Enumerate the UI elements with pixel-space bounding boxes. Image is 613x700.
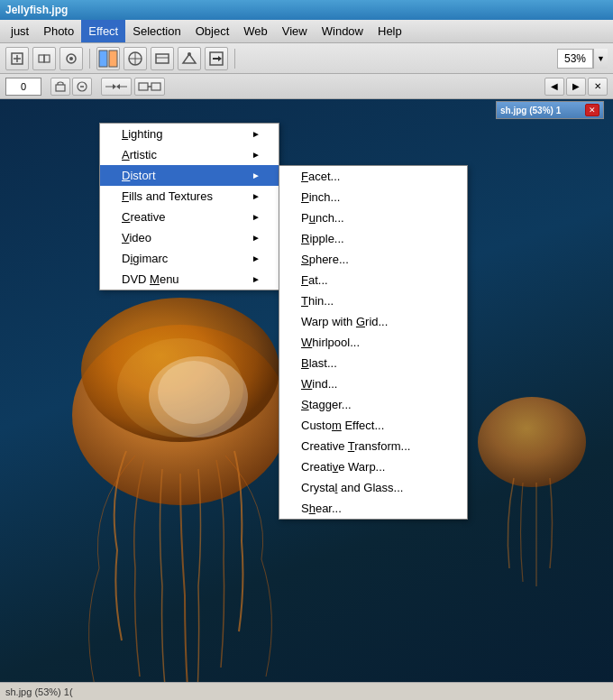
distort-creative-warp[interactable]: Creative Warp... <box>279 456 467 477</box>
toolbar2-extra <box>101 78 165 96</box>
doc-close-button[interactable]: ✕ <box>585 104 599 116</box>
distort-thin-label: Thin... <box>301 294 334 308</box>
effect-artistic-label: Artistic <box>122 148 157 161</box>
distort-sphere-label: Sphere... <box>301 253 349 266</box>
distort-fat-label: Fat... <box>301 273 328 287</box>
toolbar-btn-1[interactable] <box>5 47 29 70</box>
toolbar: 53% ▼ <box>0 43 613 74</box>
distort-submenu: Facet... Pinch... Punch... Ripple... Sph… <box>279 165 468 520</box>
distort-punch[interactable]: Punch... <box>279 207 467 228</box>
distort-whirlpool[interactable]: Whirlpool... <box>279 332 467 353</box>
toolbar2-btn-1[interactable] <box>50 78 70 96</box>
effect-video-arrow: ► <box>252 233 261 243</box>
distort-crystal-glass-label: Crystal and Glass... <box>301 481 403 494</box>
distort-custom-effect[interactable]: Custom Effect... <box>279 415 467 436</box>
toolbar-separator-1 <box>89 49 90 69</box>
distort-whirlpool-label: Whirlpool... <box>301 336 360 349</box>
distort-creative-transform[interactable]: Creative Transform... <box>279 436 467 456</box>
scroll-right-btn[interactable]: ▶ <box>566 78 586 96</box>
toolbar2-nav-btn[interactable] <box>134 78 165 96</box>
effect-creative[interactable]: Creative ► <box>100 207 279 227</box>
distort-ripple-label: Ripple... <box>301 232 344 245</box>
distort-punch-label: Punch... <box>301 211 344 225</box>
effect-dropdown-menu: Lighting ► Artistic ► Distort ► Facet...… <box>99 123 279 290</box>
distort-crystal-glass[interactable]: Crystal and Glass... <box>279 477 467 498</box>
effect-lighting[interactable]: Lighting ► <box>100 124 279 144</box>
menu-effect[interactable]: Effect <box>81 20 125 42</box>
svg-marker-24 <box>116 84 120 89</box>
svg-rect-4 <box>44 55 50 62</box>
menu-selection[interactable]: Selection <box>125 20 188 42</box>
toolbar-btn-3[interactable] <box>59 47 83 70</box>
distort-pinch-label: Pinch... <box>301 190 340 204</box>
distort-facet-label: Facet... <box>301 170 340 183</box>
distort-warp-grid[interactable]: Warp with Grid... <box>279 311 467 332</box>
menu-just[interactable]: just <box>4 20 36 42</box>
effect-artistic-arrow: ► <box>252 150 261 160</box>
effect-digimarc[interactable]: Digimarc ► <box>100 248 279 269</box>
menu-object[interactable]: Object <box>188 20 237 42</box>
scroll-left-btn[interactable]: ◀ <box>544 78 564 96</box>
distort-stagger[interactable]: Stagger... <box>279 394 467 415</box>
effect-fills-arrow: ► <box>252 191 261 201</box>
app-container: Jellyfish.jpg just Photo Effect Selectio… <box>0 0 613 700</box>
effect-dvd-menu[interactable]: DVD Menu ► <box>100 269 279 290</box>
value-input[interactable]: 0 <box>5 78 41 96</box>
svg-rect-12 <box>156 54 169 63</box>
toolbar2-btn-2[interactable] <box>72 78 92 96</box>
zoom-area: 53% ▼ <box>557 49 608 69</box>
menu-photo[interactable]: Photo <box>36 20 81 42</box>
svg-marker-22 <box>113 84 116 89</box>
zoom-dropdown-btn[interactable]: ▼ <box>593 49 608 69</box>
distort-shear-label: Shear... <box>301 502 342 515</box>
effect-fills-textures[interactable]: Fills and Textures ► <box>100 186 279 207</box>
toolbar-btn-6[interactable] <box>151 47 174 70</box>
effect-digimarc-arrow: ► <box>252 253 261 263</box>
svg-marker-17 <box>218 56 222 61</box>
distort-creative-transform-label: Creative Transform... <box>301 439 410 453</box>
distort-blast-label: Blast... <box>301 356 337 370</box>
toolbar-btn-7[interactable] <box>178 47 201 70</box>
scroll-btns: ◀ ▶ ✕ <box>544 78 608 96</box>
title-text: Jellyfish.jpg <box>5 4 68 16</box>
svg-point-6 <box>69 57 73 60</box>
svg-rect-7 <box>99 51 107 67</box>
menu-bar: just Photo Effect Selection Object Web V… <box>0 20 613 43</box>
distort-facet[interactable]: Facet... <box>279 166 467 187</box>
svg-rect-26 <box>151 83 160 90</box>
distort-sphere[interactable]: Sphere... <box>279 249 467 270</box>
app-background: sh.jpg (53%) 1 ✕ sh.jpg (53%) 1( Lightin… <box>0 99 613 700</box>
distort-ripple[interactable]: Ripple... <box>279 228 467 249</box>
toolbar-btn-8[interactable] <box>205 47 228 70</box>
distort-fat[interactable]: Fat... <box>279 270 467 290</box>
menu-help[interactable]: Help <box>371 20 409 42</box>
effect-video[interactable]: Video ► <box>100 227 279 248</box>
toolbar-btn-4[interactable] <box>96 47 120 70</box>
doc-title: sh.jpg (53%) 1 <box>500 106 583 115</box>
svg-rect-3 <box>39 55 44 62</box>
toolbar2-close-btn[interactable]: ✕ <box>588 78 608 96</box>
menu-window[interactable]: Window <box>315 20 371 42</box>
distort-blast[interactable]: Blast... <box>279 353 467 373</box>
toolbar-btn-2[interactable] <box>32 47 56 70</box>
doc-window-controls: sh.jpg (53%) 1 ✕ <box>496 101 604 119</box>
effect-fills-label: Fills and Textures <box>122 189 213 203</box>
distort-pinch[interactable]: Pinch... <box>279 187 467 207</box>
effect-creative-arrow: ► <box>252 212 261 222</box>
distort-wind[interactable]: Wind... <box>279 373 467 394</box>
effect-dvd-label: DVD Menu <box>122 272 179 286</box>
effect-creative-label: Creative <box>122 210 165 224</box>
effect-distort-label: Distort <box>122 169 156 182</box>
menu-web[interactable]: Web <box>236 20 275 42</box>
menu-view[interactable]: View <box>275 20 315 42</box>
toolbar-btn-5[interactable] <box>124 47 147 70</box>
distort-thin[interactable]: Thin... <box>279 290 467 311</box>
effect-artistic[interactable]: Artistic ► <box>100 144 279 165</box>
toolbar2-size-btn[interactable] <box>101 78 132 96</box>
toolbar2-icons <box>50 78 92 96</box>
effect-distort[interactable]: Distort ► Facet... Pinch... Punch... Rip… <box>100 165 279 186</box>
title-bar: Jellyfish.jpg <box>0 0 613 20</box>
effect-lighting-label: Lighting <box>122 127 163 141</box>
effect-distort-arrow: ► <box>252 170 261 180</box>
distort-shear[interactable]: Shear... <box>279 498 467 519</box>
